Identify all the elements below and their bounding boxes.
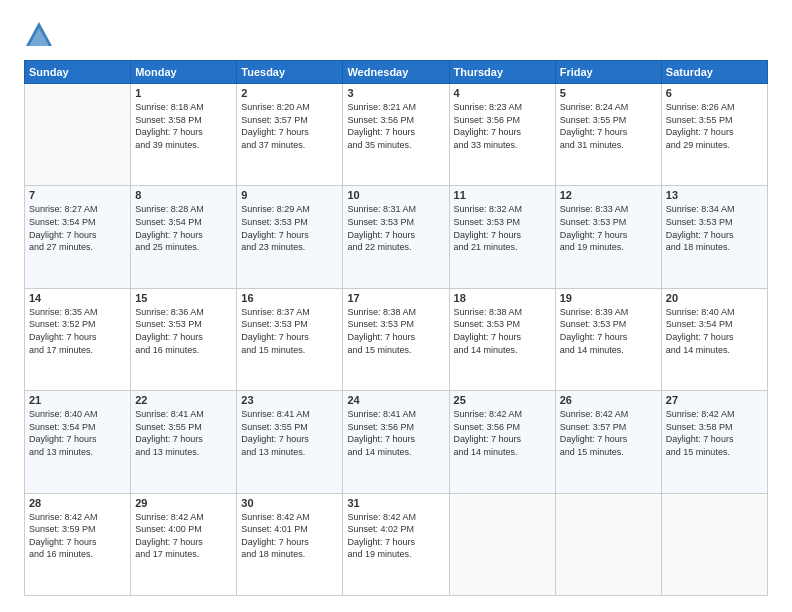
day-info: Sunrise: 8:20 AM Sunset: 3:57 PM Dayligh… [241, 101, 338, 151]
logo [24, 20, 56, 50]
col-header-monday: Monday [131, 61, 237, 84]
day-number: 7 [29, 189, 126, 201]
day-number: 9 [241, 189, 338, 201]
day-number: 21 [29, 394, 126, 406]
day-info: Sunrise: 8:26 AM Sunset: 3:55 PM Dayligh… [666, 101, 763, 151]
day-info: Sunrise: 8:42 AM Sunset: 4:01 PM Dayligh… [241, 511, 338, 561]
day-number: 24 [347, 394, 444, 406]
week-row-2: 7Sunrise: 8:27 AM Sunset: 3:54 PM Daylig… [25, 186, 768, 288]
day-cell [661, 493, 767, 595]
day-number: 30 [241, 497, 338, 509]
day-info: Sunrise: 8:42 AM Sunset: 3:57 PM Dayligh… [560, 408, 657, 458]
calendar: SundayMondayTuesdayWednesdayThursdayFrid… [24, 60, 768, 596]
col-header-sunday: Sunday [25, 61, 131, 84]
day-cell: 18Sunrise: 8:38 AM Sunset: 3:53 PM Dayli… [449, 288, 555, 390]
day-cell: 13Sunrise: 8:34 AM Sunset: 3:53 PM Dayli… [661, 186, 767, 288]
logo-icon [24, 20, 54, 50]
day-info: Sunrise: 8:39 AM Sunset: 3:53 PM Dayligh… [560, 306, 657, 356]
day-info: Sunrise: 8:27 AM Sunset: 3:54 PM Dayligh… [29, 203, 126, 253]
day-info: Sunrise: 8:40 AM Sunset: 3:54 PM Dayligh… [666, 306, 763, 356]
day-number: 23 [241, 394, 338, 406]
day-info: Sunrise: 8:42 AM Sunset: 4:02 PM Dayligh… [347, 511, 444, 561]
day-info: Sunrise: 8:33 AM Sunset: 3:53 PM Dayligh… [560, 203, 657, 253]
day-info: Sunrise: 8:21 AM Sunset: 3:56 PM Dayligh… [347, 101, 444, 151]
header-row: SundayMondayTuesdayWednesdayThursdayFrid… [25, 61, 768, 84]
day-cell: 14Sunrise: 8:35 AM Sunset: 3:52 PM Dayli… [25, 288, 131, 390]
day-info: Sunrise: 8:42 AM Sunset: 3:56 PM Dayligh… [454, 408, 551, 458]
day-number: 18 [454, 292, 551, 304]
day-number: 29 [135, 497, 232, 509]
day-number: 3 [347, 87, 444, 99]
day-cell: 3Sunrise: 8:21 AM Sunset: 3:56 PM Daylig… [343, 84, 449, 186]
day-info: Sunrise: 8:40 AM Sunset: 3:54 PM Dayligh… [29, 408, 126, 458]
day-cell: 27Sunrise: 8:42 AM Sunset: 3:58 PM Dayli… [661, 391, 767, 493]
day-cell: 5Sunrise: 8:24 AM Sunset: 3:55 PM Daylig… [555, 84, 661, 186]
day-info: Sunrise: 8:18 AM Sunset: 3:58 PM Dayligh… [135, 101, 232, 151]
day-number: 2 [241, 87, 338, 99]
day-number: 14 [29, 292, 126, 304]
day-number: 12 [560, 189, 657, 201]
day-number: 25 [454, 394, 551, 406]
week-row-4: 21Sunrise: 8:40 AM Sunset: 3:54 PM Dayli… [25, 391, 768, 493]
day-cell: 19Sunrise: 8:39 AM Sunset: 3:53 PM Dayli… [555, 288, 661, 390]
day-number: 4 [454, 87, 551, 99]
day-number: 13 [666, 189, 763, 201]
day-cell: 22Sunrise: 8:41 AM Sunset: 3:55 PM Dayli… [131, 391, 237, 493]
col-header-friday: Friday [555, 61, 661, 84]
day-number: 8 [135, 189, 232, 201]
day-number: 16 [241, 292, 338, 304]
day-cell: 1Sunrise: 8:18 AM Sunset: 3:58 PM Daylig… [131, 84, 237, 186]
day-number: 1 [135, 87, 232, 99]
day-cell: 31Sunrise: 8:42 AM Sunset: 4:02 PM Dayli… [343, 493, 449, 595]
day-number: 17 [347, 292, 444, 304]
day-cell: 29Sunrise: 8:42 AM Sunset: 4:00 PM Dayli… [131, 493, 237, 595]
day-info: Sunrise: 8:38 AM Sunset: 3:53 PM Dayligh… [454, 306, 551, 356]
day-number: 28 [29, 497, 126, 509]
day-cell: 8Sunrise: 8:28 AM Sunset: 3:54 PM Daylig… [131, 186, 237, 288]
day-info: Sunrise: 8:31 AM Sunset: 3:53 PM Dayligh… [347, 203, 444, 253]
day-cell: 7Sunrise: 8:27 AM Sunset: 3:54 PM Daylig… [25, 186, 131, 288]
day-number: 27 [666, 394, 763, 406]
day-number: 26 [560, 394, 657, 406]
day-info: Sunrise: 8:23 AM Sunset: 3:56 PM Dayligh… [454, 101, 551, 151]
day-number: 10 [347, 189, 444, 201]
day-info: Sunrise: 8:32 AM Sunset: 3:53 PM Dayligh… [454, 203, 551, 253]
day-number: 20 [666, 292, 763, 304]
day-cell [25, 84, 131, 186]
week-row-1: 1Sunrise: 8:18 AM Sunset: 3:58 PM Daylig… [25, 84, 768, 186]
col-header-wednesday: Wednesday [343, 61, 449, 84]
day-cell: 20Sunrise: 8:40 AM Sunset: 3:54 PM Dayli… [661, 288, 767, 390]
day-info: Sunrise: 8:42 AM Sunset: 4:00 PM Dayligh… [135, 511, 232, 561]
day-info: Sunrise: 8:41 AM Sunset: 3:56 PM Dayligh… [347, 408, 444, 458]
day-info: Sunrise: 8:36 AM Sunset: 3:53 PM Dayligh… [135, 306, 232, 356]
day-info: Sunrise: 8:41 AM Sunset: 3:55 PM Dayligh… [135, 408, 232, 458]
day-cell: 24Sunrise: 8:41 AM Sunset: 3:56 PM Dayli… [343, 391, 449, 493]
day-number: 6 [666, 87, 763, 99]
day-info: Sunrise: 8:42 AM Sunset: 3:59 PM Dayligh… [29, 511, 126, 561]
day-info: Sunrise: 8:28 AM Sunset: 3:54 PM Dayligh… [135, 203, 232, 253]
day-cell: 6Sunrise: 8:26 AM Sunset: 3:55 PM Daylig… [661, 84, 767, 186]
day-cell: 17Sunrise: 8:38 AM Sunset: 3:53 PM Dayli… [343, 288, 449, 390]
day-cell: 25Sunrise: 8:42 AM Sunset: 3:56 PM Dayli… [449, 391, 555, 493]
day-cell: 16Sunrise: 8:37 AM Sunset: 3:53 PM Dayli… [237, 288, 343, 390]
day-number: 22 [135, 394, 232, 406]
header [24, 20, 768, 50]
day-cell: 28Sunrise: 8:42 AM Sunset: 3:59 PM Dayli… [25, 493, 131, 595]
day-cell: 30Sunrise: 8:42 AM Sunset: 4:01 PM Dayli… [237, 493, 343, 595]
day-cell: 15Sunrise: 8:36 AM Sunset: 3:53 PM Dayli… [131, 288, 237, 390]
day-number: 15 [135, 292, 232, 304]
day-cell [449, 493, 555, 595]
day-number: 19 [560, 292, 657, 304]
day-cell: 2Sunrise: 8:20 AM Sunset: 3:57 PM Daylig… [237, 84, 343, 186]
day-number: 11 [454, 189, 551, 201]
col-header-thursday: Thursday [449, 61, 555, 84]
col-header-tuesday: Tuesday [237, 61, 343, 84]
day-info: Sunrise: 8:34 AM Sunset: 3:53 PM Dayligh… [666, 203, 763, 253]
day-info: Sunrise: 8:24 AM Sunset: 3:55 PM Dayligh… [560, 101, 657, 151]
day-number: 5 [560, 87, 657, 99]
day-cell: 12Sunrise: 8:33 AM Sunset: 3:53 PM Dayli… [555, 186, 661, 288]
day-cell: 11Sunrise: 8:32 AM Sunset: 3:53 PM Dayli… [449, 186, 555, 288]
day-info: Sunrise: 8:35 AM Sunset: 3:52 PM Dayligh… [29, 306, 126, 356]
day-info: Sunrise: 8:42 AM Sunset: 3:58 PM Dayligh… [666, 408, 763, 458]
week-row-5: 28Sunrise: 8:42 AM Sunset: 3:59 PM Dayli… [25, 493, 768, 595]
